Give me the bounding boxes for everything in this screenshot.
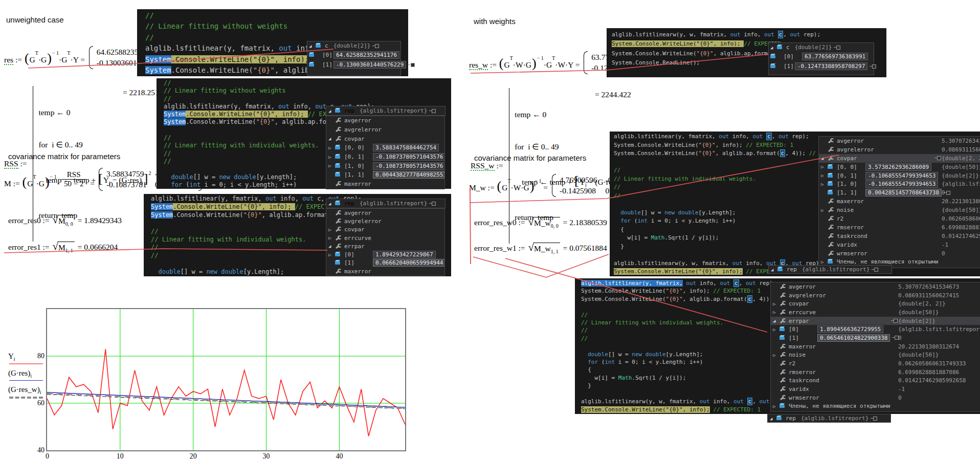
- watch-row-taskrcond[interactable]: taskrcond0.014217462985992658: [771, 377, 980, 385]
- pin-icon[interactable]: [429, 109, 436, 113]
- datatip-value[interactable]: 63.776569736383991: [802, 53, 868, 60]
- watch-value[interactable]: -0.10873780571043576: [373, 153, 445, 161]
- watch-row--[interactable]: Члены, не являющиеся открытыми: [771, 402, 980, 411]
- pin-icon[interactable]: [872, 268, 878, 272]
- expander-icon[interactable]: [328, 227, 335, 232]
- watch-row-avgerror[interactable]: avgerror: [326, 209, 444, 217]
- watch-row-covpar[interactable]: covpar: [326, 226, 444, 234]
- watch-row-rmserror[interactable]: rmserror6.6998828881887086: [819, 223, 980, 232]
- expander-icon[interactable]: [773, 404, 779, 409]
- watch-row-wrmserror[interactable]: wrmserror0: [771, 394, 980, 402]
- watch-row--0-0-[interactable]: [0, 0]3.5883475884462754: [326, 143, 444, 152]
- pin-icon[interactable]: [408, 63, 415, 67]
- watch-value[interactable]: 3.5883475884462754: [373, 144, 439, 151]
- watch-row-r2[interactable]: r20.062605860631749333: [819, 214, 980, 223]
- expander-icon[interactable]: [773, 301, 779, 307]
- watch-row-avgrelerror[interactable]: avgrelerror: [326, 217, 444, 225]
- watch-row--0-0-[interactable]: [0, 0]3.5738262936286089{double[50]}: [819, 163, 980, 171]
- pin-icon[interactable]: [870, 64, 876, 69]
- watch-row-avgrelerror[interactable]: avgrelerror0.0869311560627415: [819, 145, 980, 154]
- datatip-row[interactable]: [1]-0.13003601440576229: [307, 60, 400, 70]
- watch-value[interactable]: 0.065461024822900338: [817, 334, 890, 342]
- watch-value[interactable]: 0.0044382777840982551: [373, 171, 445, 179]
- watch-row--1-[interactable]: [1]0.066620400659994944: [326, 259, 444, 267]
- watch-row-avgerror[interactable]: avgerror: [326, 116, 444, 125]
- watch-row-rmserror[interactable]: rmserror6.6998828881887086: [771, 368, 980, 377]
- expander-icon[interactable]: [309, 43, 316, 49]
- watch-row-avgrelerror[interactable]: avgrelerror: [326, 125, 444, 135]
- watch-row--1-[interactable]: [1]0.0654610248229003380: [771, 334, 980, 342]
- watch-value[interactable]: 0.066620400659994944: [373, 259, 445, 267]
- expander-icon[interactable]: [821, 173, 828, 178]
- watch-row-wrmserror[interactable]: wrmserror0: [819, 249, 980, 258]
- watch-value[interactable]: 1.8904566362729955: [817, 325, 883, 333]
- expander-icon[interactable]: [821, 182, 828, 187]
- watch-row--0-[interactable]: [0]1.894293427229867: [326, 250, 444, 258]
- datatip-header[interactable]: rep {alglib.lsfitreport}: [326, 106, 446, 116]
- watch-row--1-0-[interactable]: [1, 0]-0.10685554799394653{alglib.lsfit.…: [819, 180, 980, 188]
- watch-row-avgerror[interactable]: avgerror5.3070726341534673: [819, 137, 980, 145]
- expander-icon[interactable]: [328, 163, 335, 168]
- watch-row--1-1-[interactable]: [1, 1]0.00428514577086437380: [819, 188, 980, 197]
- watch-row-maxerror[interactable]: maxerror: [326, 267, 444, 275]
- datatip-header[interactable]: rep {alglib.lsfitreport}: [326, 199, 446, 208]
- watch-value[interactable]: -0.10685554799394653: [865, 180, 938, 188]
- expander-icon[interactable]: [328, 235, 335, 241]
- watch-row-taskrcond[interactable]: taskrcond0.014217462985992658: [819, 232, 980, 241]
- watch-row-noise[interactable]: noise{double[50]}: [771, 351, 980, 360]
- watch-row-varidx[interactable]: varidx-1: [771, 385, 980, 394]
- watch-row-errpar[interactable]: errpar: [326, 242, 444, 250]
- expander-icon[interactable]: [328, 244, 335, 249]
- expander-icon[interactable]: [821, 208, 828, 213]
- expander-icon[interactable]: [770, 45, 777, 50]
- watch-row-avgerror[interactable]: avgerror5.3070726341534673: [771, 282, 980, 291]
- expander-icon[interactable]: [773, 327, 779, 332]
- expander-icon[interactable]: [770, 416, 776, 421]
- watch-row-covpar[interactable]: covpar{double[2, 2]}: [771, 299, 980, 308]
- watch-row-noise[interactable]: noise{double[50]}: [819, 206, 980, 214]
- pin-icon[interactable]: [429, 202, 436, 206]
- expander-icon[interactable]: [328, 145, 335, 150]
- pin-icon[interactable]: [934, 156, 941, 160]
- expander-icon[interactable]: [773, 310, 779, 315]
- watch-value[interactable]: 3.5738262936286089: [865, 163, 931, 171]
- watch-value[interactable]: -0.10873780571043576: [373, 162, 445, 170]
- watch-row-maxerror[interactable]: maxerror20.221301380312674: [819, 197, 980, 206]
- expander-icon[interactable]: [821, 164, 828, 169]
- datatip-value[interactable]: 64.625882352941176: [333, 51, 399, 59]
- watch-row-errcurve[interactable]: errcurve{double[50]}: [771, 308, 980, 317]
- expander-icon[interactable]: [773, 353, 779, 358]
- datatip-row[interactable]: [1]-0.12473388958708297: [769, 61, 874, 71]
- watch-row-errcurve[interactable]: errcurve: [326, 234, 444, 242]
- watch-anchor-rep-c[interactable]: rep {alglib.lsfitreport}: [768, 265, 892, 274]
- pin-icon[interactable]: [372, 44, 379, 48]
- watch-row-covpar[interactable]: covpar{double[2, 2]}: [819, 154, 980, 163]
- expander-icon[interactable]: [773, 318, 779, 323]
- watch-row-maxerror[interactable]: maxerror20.221301380312674: [771, 342, 980, 351]
- watch-row-covpar[interactable]: covpar: [326, 134, 444, 143]
- datatip-row[interactable]: [0]63.776569736383991: [769, 52, 874, 61]
- pin-icon[interactable]: [871, 417, 877, 421]
- watch-value[interactable]: -0.10685554799394653: [865, 172, 938, 180]
- expander-icon[interactable]: [328, 108, 335, 114]
- datatip-header[interactable]: c {double[2]}: [769, 43, 874, 52]
- watch-row-errpar[interactable]: errpar{double[2]}: [771, 317, 980, 325]
- datatip-row[interactable]: [0]64.625882352941176: [307, 50, 400, 60]
- watch-row-maxerror[interactable]: maxerror: [326, 180, 444, 189]
- watch-row-avgrelerror[interactable]: avgrelerror0.0869311560627415: [771, 291, 980, 300]
- watch-row--0-[interactable]: [0]1.8904566362729955{alglib.lsfit.lsfit…: [771, 325, 980, 334]
- watch-row--1-1-[interactable]: [1, 1]0.0044382777840982551: [326, 170, 444, 180]
- watch-row--0-1-[interactable]: [0, 1]-0.10873780571043576: [326, 152, 444, 162]
- pin-icon[interactable]: [834, 46, 840, 50]
- datatip-value[interactable]: -0.13003601440576229: [333, 61, 406, 69]
- watch-row--1-0-[interactable]: [1, 0]-0.10873780571043576: [326, 161, 444, 170]
- expander-icon[interactable]: [328, 252, 335, 257]
- watch-row-r2[interactable]: r20.062605860631749333: [771, 359, 980, 368]
- watch-row-varidx[interactable]: varidx-1: [819, 241, 980, 249]
- watch-anchor-rep-d[interactable]: rep {alglib.lsfitreport}: [767, 414, 891, 423]
- datatip-value[interactable]: -0.12473388958708297: [795, 62, 867, 70]
- expander-icon[interactable]: [328, 201, 335, 206]
- watch-value[interactable]: 0.0042851457708643738: [865, 189, 942, 196]
- watch-value[interactable]: 1.894293427229867: [373, 251, 436, 258]
- expander-icon[interactable]: [821, 156, 828, 161]
